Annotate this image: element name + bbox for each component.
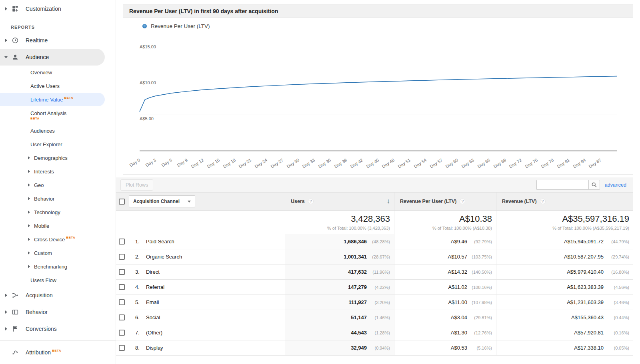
sidebar-item-conversions[interactable]: Conversions <box>0 320 105 337</box>
row-checkbox[interactable] <box>119 284 125 290</box>
revenue-value: A$1,623,383.39 <box>567 284 604 290</box>
revenue-pct: (0.16%) <box>604 330 629 335</box>
summary-dimension-cell <box>127 211 285 234</box>
row-checkbox[interactable] <box>119 345 125 351</box>
sidebar-item-label: Mobile <box>34 223 49 229</box>
row-rank: 8. <box>135 345 146 351</box>
revenue-value: A$17,338.10 <box>574 345 604 351</box>
sidebar-item-active-users[interactable]: Active Users <box>0 79 105 93</box>
cell-revenue-per-user: A$11.02(108.16%) <box>394 280 496 295</box>
row-checkbox[interactable] <box>119 239 125 245</box>
chart-legend[interactable]: Revenue Per User (LTV) <box>142 23 210 29</box>
row-checkbox-cell <box>116 280 127 295</box>
row-checkbox[interactable] <box>119 299 125 305</box>
dimension-dropdown-button[interactable]: Acquisition Channel <box>129 195 195 207</box>
channel-name: Display <box>146 345 163 351</box>
sidebar-item-label: Attribution <box>26 349 51 356</box>
clock-icon <box>12 37 19 44</box>
header-rpu-cell[interactable]: Revenue Per User (LTV) ? <box>394 192 496 211</box>
sidebar-item-behavior[interactable]: Behavior <box>0 192 105 205</box>
help-icon[interactable]: ? <box>308 199 314 204</box>
revenue-value: A$57,920.81 <box>574 330 604 336</box>
revenue-pct: (3.46%) <box>604 300 629 305</box>
row-checkbox[interactable] <box>119 330 125 336</box>
advanced-search-link[interactable]: advanced <box>605 182 626 188</box>
table-body: 1.Paid Search1,686,346(48.28%)A$9.46(92.… <box>116 234 640 356</box>
app-window: CustomizationREPORTSRealtimeAudienceOver… <box>0 0 640 364</box>
ltv-line-chart <box>123 18 633 174</box>
chevron-right-icon <box>28 183 31 187</box>
sidebar-item-cross-device[interactable]: Cross DeviceBETA <box>0 233 105 246</box>
sidebar-item-interests[interactable]: Interests <box>0 165 105 178</box>
users-pct: (4.22%) <box>367 285 390 290</box>
row-checkbox[interactable] <box>119 254 125 260</box>
chevron-down-icon <box>188 201 191 203</box>
summary-revenue-pct: % of Total: 100.00% (A$35,596,217.19) <box>552 226 629 231</box>
revenue-value: A$10,587,207.95 <box>564 254 604 260</box>
channel-name: Organic Search <box>146 254 182 260</box>
row-checkbox[interactable] <box>119 314 125 320</box>
help-icon[interactable]: ? <box>460 199 465 204</box>
summary-users-cell: 3,428,363 % of Total: 100.00% (3,428,363… <box>285 211 394 234</box>
sidebar-item-technology[interactable]: Technology <box>0 205 105 219</box>
cell-channel: 1.Paid Search <box>127 234 285 249</box>
plot-rows-button[interactable]: Plot Rows <box>120 179 153 191</box>
sidebar-item-benchmarking[interactable]: Benchmarking <box>0 260 105 273</box>
rpu-pct: (103.75%) <box>467 255 492 259</box>
chevron-right-icon <box>4 310 8 314</box>
sidebar-item-custom[interactable]: Custom <box>0 246 105 260</box>
users-pct: (1.46%) <box>367 315 390 320</box>
search-icon <box>591 182 597 188</box>
sidebar-item-behavior[interactable]: Behavior <box>0 304 105 320</box>
users-pct: (28.67%) <box>367 255 390 259</box>
flag-icon <box>12 325 19 332</box>
row-checkbox-cell <box>116 325 127 340</box>
cell-channel: 4.Referral <box>127 280 285 295</box>
sidebar-item-overview[interactable]: Overview <box>0 66 105 79</box>
sidebar-item-audience[interactable]: Audience <box>0 49 105 66</box>
sidebar-item-label: Benchmarking <box>34 264 67 270</box>
summary-rpu-pct: % of Total: 100.00% (A$10.38) <box>432 226 492 231</box>
sidebar-item-lifetime-value[interactable]: Lifetime ValueBETA <box>0 93 105 106</box>
revenue-pct: (16.80%) <box>604 270 629 274</box>
sidebar-item-audiences[interactable]: Audiences <box>0 124 105 137</box>
header-revenue-cell[interactable]: Revenue (LTV) ? <box>496 192 633 211</box>
chevron-right-icon <box>4 7 8 10</box>
sidebar-item-cohort-analysis[interactable]: Cohort AnalysisBETA <box>0 106 105 124</box>
cell-users: 1,686,346(48.28%) <box>285 234 394 249</box>
search-button[interactable] <box>588 180 600 190</box>
sidebar-item-users-flow[interactable]: Users Flow <box>0 273 105 287</box>
rpu-value: A$1.30 <box>451 330 467 336</box>
cell-channel: 7.(Other) <box>127 325 285 340</box>
sidebar-item-label: Acquisition <box>26 292 53 298</box>
header-dimension-cell: Acquisition Channel <box>127 192 285 211</box>
row-rank: 4. <box>135 284 146 290</box>
sidebar-item-customization[interactable]: Customization <box>0 2 105 16</box>
sidebar-item-label: Overview <box>30 70 52 76</box>
legend-label: Revenue Per User (LTV) <box>151 23 210 29</box>
help-icon[interactable]: ? <box>540 199 546 204</box>
revenue-value: A$15,945,091.72 <box>564 239 604 245</box>
sidebar-item-acquisition[interactable]: Acquisition <box>0 287 105 304</box>
sort-desc-icon[interactable]: ↓ <box>387 197 390 205</box>
select-all-checkbox[interactable] <box>119 199 125 205</box>
search-input[interactable] <box>536 180 588 190</box>
rpu-pct: (12.76%) <box>467 330 492 335</box>
sidebar-item-demographics[interactable]: Demographics <box>0 151 105 165</box>
sidebar-item-user-explorer[interactable]: User Explorer <box>0 137 105 151</box>
cell-users: 32,949(0.94%) <box>285 340 394 356</box>
sidebar-item-label: Customization <box>26 6 61 12</box>
chevron-right-icon <box>4 327 8 330</box>
row-checkbox-cell <box>116 234 127 249</box>
sidebar-item-label: Cohort Analysis <box>30 110 66 116</box>
cell-users: 1,001,341(28.67%) <box>285 249 394 265</box>
rpu-value: A$10.57 <box>448 254 467 260</box>
sidebar-item-geo[interactable]: Geo <box>0 178 105 192</box>
sidebar-item-realtime[interactable]: Realtime <box>0 32 105 49</box>
sidebar-item-mobile[interactable]: Mobile <box>0 219 105 233</box>
sidebar-item-attribution[interactable]: AttributionBETA <box>0 344 105 361</box>
summary-users-value: 3,428,363 <box>351 214 390 224</box>
row-checkbox[interactable] <box>119 269 125 275</box>
header-users-cell[interactable]: Users ? ↓ <box>285 192 394 211</box>
row-rank: 5. <box>135 299 146 305</box>
